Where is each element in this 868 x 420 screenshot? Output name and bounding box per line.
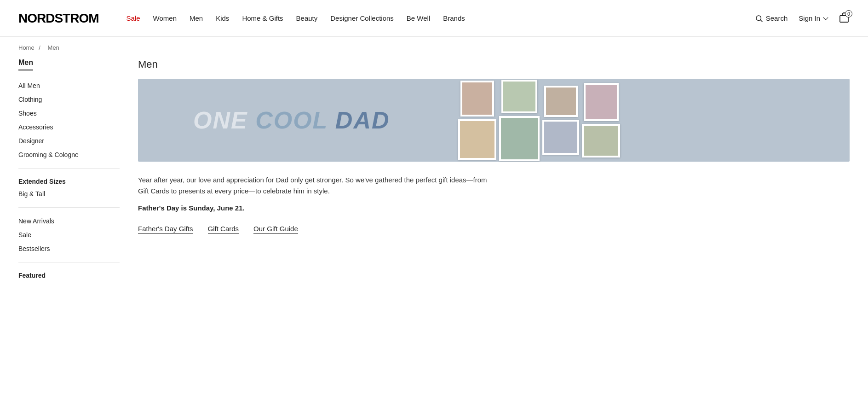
page-title: Men: [138, 58, 850, 70]
fathers-day-gifts-link[interactable]: Father's Day Gifts: [138, 225, 193, 234]
photo-3: [503, 82, 535, 111]
sidebar-extended-sizes-title: Extended Sizes: [18, 178, 120, 185]
cart-button[interactable]: 0: [839, 12, 850, 24]
nav-men[interactable]: Men: [190, 14, 203, 22]
sidebar-item-grooming[interactable]: Grooming & Cologne: [18, 148, 120, 162]
breadcrumb: Home / Men: [0, 37, 868, 58]
sidebar-title: Men: [18, 58, 33, 70]
nav-brands[interactable]: Brands: [443, 14, 465, 22]
sidebar-item-new-arrivals[interactable]: New Arrivals: [18, 214, 120, 228]
sidebar-divider-1: [18, 168, 120, 169]
content-links: Father's Day Gifts Gift Cards Our Gift G…: [138, 225, 850, 234]
photo-1: [462, 82, 492, 115]
gift-cards-link[interactable]: Gift Cards: [208, 225, 239, 234]
main-content: Men ONE COOL DAD: [133, 58, 850, 281]
banner-text-one: ONE: [193, 107, 255, 134]
photo-5: [546, 88, 576, 115]
logo[interactable]: NORDSTROM: [18, 11, 99, 26]
sidebar-item-designer[interactable]: Designer: [18, 134, 120, 148]
sidebar-item-sale[interactable]: Sale: [18, 228, 120, 242]
photo-frame-5: [544, 86, 578, 117]
breadcrumb-separator: /: [39, 44, 40, 51]
sidebar-divider-2: [18, 207, 120, 208]
promo-banner: ONE COOL DAD: [138, 79, 850, 162]
site-header: NORDSTROM Sale Women Men Kids Home & Gif…: [0, 0, 868, 37]
photo-6: [544, 122, 577, 153]
photo-frame-4: [499, 116, 540, 161]
nav-designer[interactable]: Designer Collections: [330, 14, 394, 22]
main-layout: Men All Men Clothing Shoes Accessories D…: [0, 58, 868, 281]
photo-2: [460, 121, 494, 158]
photo-frame-6: [542, 120, 579, 155]
sidebar-item-clothing[interactable]: Clothing: [18, 93, 120, 106]
fathers-day-date: Father's Day is Sunday, June 21.: [138, 204, 850, 212]
photo-frame-2: [458, 119, 496, 160]
header-actions: Search Sign In 0: [755, 12, 850, 24]
sidebar-item-bestsellers[interactable]: Bestsellers: [18, 242, 120, 256]
photo-col-2: [499, 80, 540, 161]
gift-guide-link[interactable]: Our Gift Guide: [253, 225, 298, 234]
banner-text-cool: COOL: [255, 107, 335, 134]
banner-text: ONE COOL DAD: [193, 108, 390, 132]
description-text: Year after year, our love and appreciati…: [138, 175, 497, 197]
breadcrumb-home[interactable]: Home: [18, 44, 34, 51]
sidebar-item-big-tall[interactable]: Big & Tall: [18, 187, 120, 201]
nav-women[interactable]: Women: [153, 14, 177, 22]
signin-label: Sign In: [799, 14, 820, 22]
signin-button[interactable]: Sign In: [799, 14, 828, 22]
sidebar-divider-3: [18, 262, 120, 262]
banner-text-dad: DAD: [335, 107, 390, 134]
sidebar-item-shoes[interactable]: Shoes: [18, 106, 120, 120]
breadcrumb-current: Men: [48, 44, 59, 51]
svg-point-0: [756, 16, 761, 21]
photo-frame-7: [584, 83, 619, 121]
nav-kids[interactable]: Kids: [216, 14, 229, 22]
svg-line-1: [760, 20, 762, 22]
cart-count: 0: [845, 10, 852, 18]
nav-beauty[interactable]: Beauty: [296, 14, 318, 22]
nav-home-gifts[interactable]: Home & Gifts: [242, 14, 283, 22]
photo-col-1: [458, 81, 496, 160]
sidebar: Men All Men Clothing Shoes Accessories D…: [18, 58, 133, 281]
nav-be-well[interactable]: Be Well: [407, 14, 430, 22]
photo-col-4: [582, 83, 620, 158]
sidebar-item-all-men[interactable]: All Men: [18, 79, 120, 93]
search-icon: [755, 14, 763, 23]
photo-frame-8: [582, 124, 620, 158]
sidebar-featured-title: Featured: [18, 272, 120, 279]
photo-frame-3: [501, 80, 537, 113]
photo-col-3: [542, 86, 579, 155]
search-label: Search: [766, 14, 788, 22]
nav-sale[interactable]: Sale: [126, 14, 140, 22]
sidebar-item-accessories[interactable]: Accessories: [18, 120, 120, 134]
banner-photos: [458, 79, 850, 162]
search-button[interactable]: Search: [755, 14, 788, 23]
photo-8: [584, 126, 618, 156]
chevron-down-icon: [823, 15, 828, 20]
photo-frame-1: [460, 81, 494, 117]
photo-4: [501, 118, 538, 159]
main-nav: Sale Women Men Kids Home & Gifts Beauty …: [126, 14, 755, 22]
photo-7: [586, 85, 617, 119]
